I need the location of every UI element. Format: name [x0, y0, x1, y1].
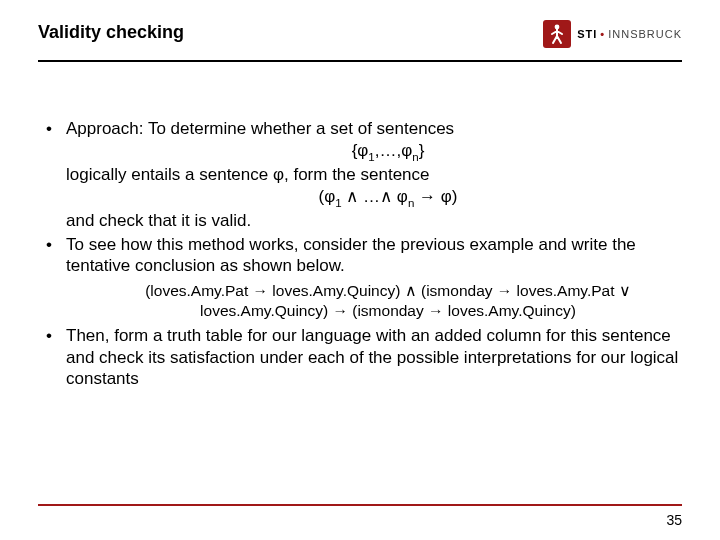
set-open: {φ	[352, 141, 369, 160]
formula-line1: (loves.Amy.Pat → loves.Amy.Quincy) ∧ (is…	[94, 281, 682, 301]
set-subn: n	[412, 151, 418, 163]
set-close: }	[419, 141, 425, 160]
b2-text: To see how this method works, consider t…	[66, 235, 636, 276]
logo-text: STI•INNSBRUCK	[577, 28, 682, 40]
brand-logo: STI•INNSBRUCK	[543, 20, 682, 48]
b1-line1: Approach: To determine whether a set of …	[66, 119, 454, 138]
b1-set-expr: {φ1,…,φn}	[66, 140, 682, 164]
set-mid: ,…,φ	[375, 141, 412, 160]
set-sub1: 1	[368, 151, 374, 163]
example-formula: (loves.Amy.Pat → loves.Amy.Quincy) ∧ (is…	[66, 281, 682, 321]
bullet-1: Approach: To determine whether a set of …	[38, 118, 682, 232]
b3-text: Then, form a truth table for our languag…	[66, 326, 678, 389]
slide: Validity checking STI•INNSBRUCK Approach…	[0, 0, 720, 540]
header-divider	[38, 60, 682, 62]
logo-brand: STI	[577, 28, 597, 40]
conj-mid: ∧ …∧ φ	[342, 187, 408, 206]
bullet-3: Then, form a truth table for our languag…	[38, 325, 682, 390]
logo-sep: •	[600, 28, 605, 40]
conj-subn: n	[408, 197, 414, 209]
footer-divider	[38, 504, 682, 506]
logo-location: INNSBRUCK	[608, 28, 682, 40]
bullet-2: To see how this method works, consider t…	[38, 234, 682, 321]
conj-sub1: 1	[335, 197, 341, 209]
content-area: Approach: To determine whether a set of …	[38, 118, 682, 392]
conj-close: → φ)	[414, 187, 457, 206]
formula-line2: loves.Amy.Quincy) → (ismonday → loves.Am…	[94, 301, 682, 321]
conj-open: (φ	[319, 187, 336, 206]
b1-conj-expr: (φ1 ∧ …∧ φn → φ)	[66, 186, 682, 210]
page-number: 35	[666, 512, 682, 528]
b1-line2: logically entails a sentence φ, form the…	[66, 165, 430, 184]
b1-line3: and check that it is valid.	[66, 211, 251, 230]
logo-mark-icon	[543, 20, 571, 48]
